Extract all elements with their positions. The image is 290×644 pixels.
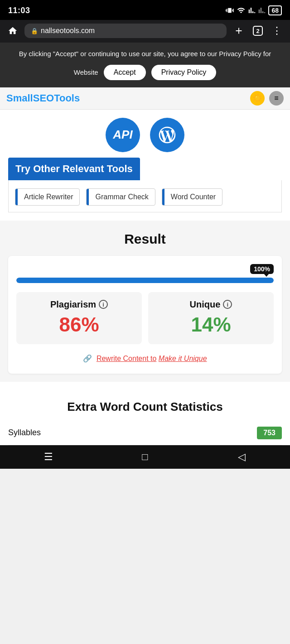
extra-stats-section: Extra Word Count Statistics Syllables 75…: [0, 389, 290, 445]
relevant-tools-box: Article Rewriter Grammar Check Word Coun…: [8, 180, 282, 212]
lock-icon: 🔒: [31, 28, 38, 34]
battery-indicator: 68: [268, 5, 282, 15]
progress-label: 100%: [250, 264, 274, 274]
progress-container: 100%: [16, 264, 274, 283]
tool-icons-row: API: [0, 110, 290, 158]
make-unique-text: Make it Unique: [159, 355, 207, 362]
url-text: nallseotools.com: [41, 27, 95, 35]
three-dots-icon: ⋮: [272, 26, 282, 36]
cookie-text: By clicking "Accept" or continuing to us…: [8, 49, 282, 59]
syllables-row: Syllables 753: [8, 421, 282, 445]
privacy-policy-button[interactable]: Privacy Policy: [151, 65, 217, 80]
extra-stats-title: Extra Word Count Statistics: [8, 400, 282, 414]
browser-chrome: 🔒 nallseotools.com 2 ⋮: [0, 20, 290, 43]
tabs-count: 2: [253, 26, 263, 36]
home-nav-icon: □: [142, 451, 148, 463]
nav-back-button[interactable]: ◁: [232, 447, 251, 467]
api-icon-circle[interactable]: API: [106, 118, 140, 152]
rewrite-link[interactable]: 🔗 Rewrite Content to Make it Unique: [16, 354, 274, 363]
address-bar[interactable]: 🔒 nallseotools.com: [24, 24, 227, 38]
hamburger-icon[interactable]: ≡: [269, 91, 284, 106]
status-bar: 11:03 68: [0, 0, 290, 20]
grammar-check-chip[interactable]: Grammar Check: [86, 188, 155, 206]
article-rewriter-chip[interactable]: Article Rewriter: [15, 188, 80, 206]
progress-track: [16, 278, 274, 283]
result-card: 100% Plagiarism i 86% Unique i: [8, 256, 282, 374]
plagiarism-label: Plagiarism i: [22, 299, 136, 310]
bottom-nav: ☰ □ ◁: [0, 445, 290, 469]
wordpress-icon: [157, 125, 177, 145]
home-button[interactable]: [6, 24, 19, 37]
status-icons: 68: [226, 5, 282, 15]
wordpress-icon-circle[interactable]: [150, 118, 184, 152]
unique-value: 14%: [154, 313, 268, 336]
hamburger-nav-icon: ☰: [44, 451, 53, 463]
article-rewriter-label: Article Rewriter: [18, 189, 79, 205]
relevant-tools-header: Try Other Relevant Tools: [8, 158, 140, 180]
unique-info-icon[interactable]: i: [223, 300, 232, 309]
link-icon: 🔗: [83, 355, 92, 362]
signal-icon-1: [248, 6, 256, 14]
browser-menu-button[interactable]: ⋮: [270, 24, 284, 38]
signal-icon-2: [258, 6, 266, 14]
stats-row: Plagiarism i 86% Unique i 14%: [16, 292, 274, 344]
api-label: API: [113, 128, 132, 142]
sun-icon: ☀️: [250, 91, 265, 106]
website-label: Website: [74, 68, 98, 76]
unique-label: Unique i: [154, 299, 268, 310]
back-nav-icon: ◁: [238, 451, 246, 463]
result-title: Result: [8, 231, 282, 247]
word-counter-chip[interactable]: Word Counter: [162, 188, 222, 206]
page-content: SmallSEOTools ☀️ ≡ API Try Other Relevan…: [0, 87, 290, 445]
unique-box: Unique i 14%: [148, 292, 274, 344]
plagiarism-info-icon[interactable]: i: [99, 300, 108, 309]
status-time: 11:03: [8, 6, 30, 15]
tabs-button[interactable]: 2: [251, 24, 265, 38]
rewrite-text: Rewrite Content to: [97, 355, 157, 362]
site-header-icons: ☀️ ≡: [250, 91, 284, 106]
cookie-buttons: Website Accept Privacy Policy: [8, 65, 282, 80]
site-header: SmallSEOTools ☀️ ≡: [0, 87, 290, 110]
syllables-label: Syllables: [8, 428, 41, 437]
result-section: Result 100% Plagiarism i 86%: [0, 221, 290, 382]
nav-home-button[interactable]: □: [135, 447, 155, 467]
site-logo: SmallSEOTools: [6, 92, 80, 104]
grammar-check-label: Grammar Check: [89, 189, 155, 205]
plagiarism-value: 86%: [22, 313, 136, 336]
accept-button[interactable]: Accept: [104, 65, 146, 80]
syllables-value: 753: [257, 427, 282, 439]
vibrate-icon: [226, 6, 234, 14]
rewrite-link-area: 🔗 Rewrite Content to Make it Unique: [16, 354, 274, 363]
nav-menu-button[interactable]: ☰: [39, 447, 58, 467]
wifi-icon: [237, 6, 246, 14]
progress-fill: [16, 278, 274, 283]
add-tab-button[interactable]: [232, 24, 246, 38]
cookie-banner: By clicking "Accept" or continuing to us…: [0, 43, 290, 87]
word-counter-label: Word Counter: [164, 189, 222, 205]
plagiarism-box: Plagiarism i 86%: [16, 292, 142, 344]
relevant-tools-section: Try Other Relevant Tools Article Rewrite…: [0, 158, 290, 221]
